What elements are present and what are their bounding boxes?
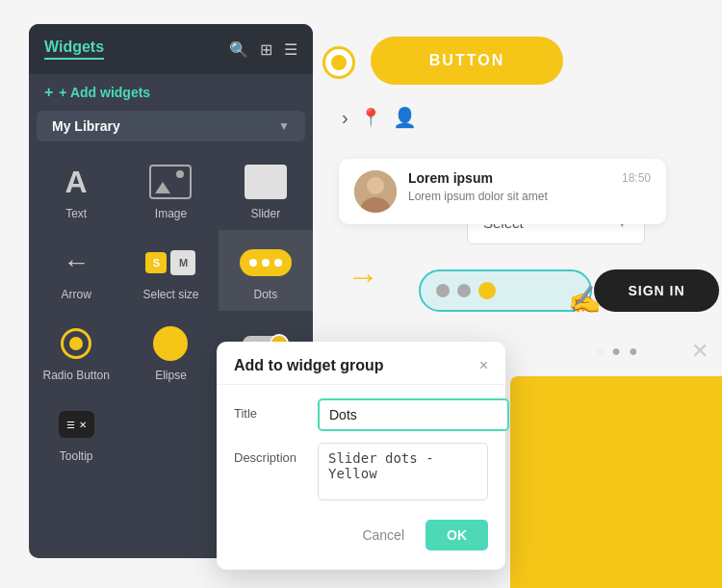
dialog-header: Add to widget group × bbox=[217, 342, 505, 384]
page-dot-2: ● bbox=[611, 343, 621, 360]
widget-item-text[interactable]: A Text bbox=[29, 149, 123, 230]
add-widgets-label: + Add widgets bbox=[59, 85, 150, 100]
widget-label-image: Image bbox=[155, 207, 187, 220]
dialog-description-field: Description Slider dots - Yellow bbox=[217, 443, 505, 500]
menu-icon[interactable]: ☰ bbox=[284, 40, 297, 59]
widget-label-text: Text bbox=[65, 207, 87, 220]
widget-label-slider: Slider bbox=[250, 207, 280, 220]
dialog-actions: Cancel OK bbox=[217, 512, 505, 550]
svg-point-1 bbox=[367, 177, 384, 194]
dots-icon bbox=[243, 243, 289, 282]
widget-label-tooltip: Tooltip bbox=[60, 449, 93, 463]
page-dot-1: ○ bbox=[597, 345, 604, 358]
cursor-hand-icon: ✍ bbox=[568, 284, 602, 316]
dialog-divider bbox=[217, 384, 505, 385]
canvas-nav-row: › 📍 👤 Select ▼ bbox=[342, 106, 417, 129]
text-icon: A bbox=[53, 163, 99, 201]
slider-icon bbox=[243, 163, 289, 201]
widget-item-ellipse[interactable]: Elipse bbox=[123, 311, 218, 392]
widget-item-select-size[interactable]: S M Select size bbox=[123, 230, 218, 311]
widget-label-select-size: Select size bbox=[142, 288, 198, 301]
message-time: 18:50 bbox=[622, 171, 651, 185]
message-header: Lorem ipsum 18:50 bbox=[408, 170, 651, 186]
dot-1 bbox=[436, 284, 450, 297]
library-row[interactable]: My Library ▼ bbox=[37, 111, 305, 141]
location-icon: 📍 bbox=[360, 107, 381, 128]
widget-item-arrow[interactable]: ← Arrow bbox=[29, 230, 123, 311]
arrow-hint-icon: ← bbox=[347, 258, 379, 295]
add-to-widget-group-dialog: Add to widget group × Title Description … bbox=[217, 342, 505, 570]
widget-item-dots[interactable]: Dots bbox=[219, 230, 313, 311]
search-icon[interactable]: 🔍 bbox=[229, 40, 248, 59]
sidebar-header-icons: 🔍 ⊞ ☰ bbox=[229, 40, 297, 59]
widget-item-image[interactable]: Image bbox=[123, 149, 218, 230]
canvas-radio-widget bbox=[322, 46, 355, 79]
canvas-message-card: Lorem ipsum 18:50 Lorem ipsum dolor sit … bbox=[339, 159, 666, 224]
sidebar-title: Widgets bbox=[44, 38, 104, 60]
dialog-title: Add to widget group bbox=[234, 357, 384, 374]
library-label: My Library bbox=[52, 118, 120, 134]
widget-item-tooltip[interactable]: ☰ ✕ Tooltip bbox=[29, 392, 123, 473]
widget-item-radio[interactable]: Radio Button bbox=[29, 311, 123, 392]
select-size-icon: S M bbox=[147, 243, 193, 282]
sidebar-header: Widgets 🔍 ⊞ ☰ bbox=[29, 24, 313, 74]
title-input[interactable] bbox=[318, 398, 509, 431]
image-icon bbox=[147, 163, 193, 201]
canvas-signin-button: SIGN IN bbox=[594, 269, 719, 312]
description-field-label: Description bbox=[234, 443, 306, 465]
dot-3 bbox=[478, 282, 496, 299]
ellipse-icon bbox=[147, 324, 193, 363]
plus-icon: + bbox=[44, 84, 53, 101]
close-x-icon[interactable]: ✕ bbox=[691, 339, 709, 364]
widget-label-dots: Dots bbox=[253, 288, 277, 301]
message-content: Lorem ipsum 18:50 Lorem ipsum dolor sit … bbox=[408, 170, 651, 203]
library-chevron-icon: ▼ bbox=[278, 119, 290, 133]
yellow-background bbox=[510, 376, 722, 588]
title-field-label: Title bbox=[234, 398, 306, 421]
signin-label: SIGN IN bbox=[628, 283, 684, 298]
description-textarea[interactable]: Slider dots - Yellow bbox=[318, 443, 488, 500]
canvas-dots-widget bbox=[419, 269, 592, 312]
canvas-button-widget: BUTTON bbox=[371, 37, 563, 85]
dialog-title-field: Title bbox=[217, 398, 505, 431]
button-label: BUTTON bbox=[429, 52, 504, 69]
page-dot-3: ● bbox=[629, 343, 638, 360]
arrow-icon: ← bbox=[53, 243, 99, 282]
widget-label-ellipse: Elipse bbox=[155, 369, 187, 382]
widget-item-slider[interactable]: Slider bbox=[219, 149, 313, 230]
add-widgets-button[interactable]: + + Add widgets bbox=[29, 74, 313, 111]
chevron-right-icon: › bbox=[342, 107, 348, 129]
grid-icon[interactable]: ⊞ bbox=[260, 40, 272, 59]
dialog-close-button[interactable]: × bbox=[479, 357, 488, 374]
message-text: Lorem ipsum dolor sit amet bbox=[408, 190, 651, 203]
dot-2 bbox=[457, 284, 471, 297]
tooltip-icon: ☰ ✕ bbox=[53, 405, 99, 444]
avatar bbox=[354, 170, 397, 213]
radio-icon bbox=[53, 324, 99, 363]
page-indicators: ○ ● ● bbox=[597, 343, 638, 360]
ok-button[interactable]: OK bbox=[425, 520, 488, 550]
widget-label-arrow: Arrow bbox=[61, 288, 90, 301]
cancel-button[interactable]: Cancel bbox=[350, 520, 416, 550]
widget-label-radio: Radio Button bbox=[42, 369, 109, 382]
person-icon: 👤 bbox=[393, 106, 417, 129]
message-name: Lorem ipsum bbox=[408, 170, 493, 186]
